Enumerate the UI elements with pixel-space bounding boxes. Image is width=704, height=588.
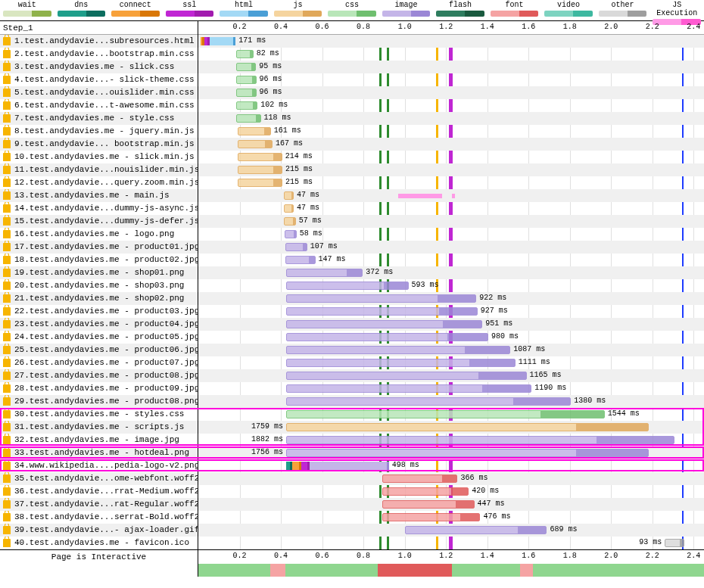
waterfall-row[interactable]: 593 ms [198,279,704,292]
waterfall-row[interactable]: 107 ms [198,241,704,254]
waterfall-row[interactable]: 102 ms [198,99,704,112]
waterfall-row[interactable]: 167 ms [198,138,704,151]
lock-icon [3,359,11,367]
waterfall-row[interactable]: 95 ms [198,61,704,73]
resource-row[interactable]: 34. www.wikipedia....pedia-logo-v2.png [0,459,198,472]
waterfall-row[interactable]: 47 ms [198,202,704,215]
resource-row[interactable]: 40. test.andydavies.me - favicon.ico [0,537,198,549]
waterfall-row[interactable]: 1190 ms [198,382,704,395]
waterfall-row[interactable]: 93 ms [198,537,704,549]
resource-row[interactable]: 18. test.andydavies.me - product02.jpg [0,254,198,266]
waterfall-row[interactable]: 96 ms [198,73,704,86]
duration-label: 476 ms [483,512,510,521]
resource-list: Step_1 1. test.andydavie...subresources.… [0,21,198,549]
resource-row[interactable]: 1. test.andydavie...subresources.html [0,35,198,48]
resource-row[interactable]: 12. test.andydavie...query.zoom.min.js [0,176,198,189]
waterfall-row[interactable]: 82 ms [198,48,704,61]
legend-font: font [488,0,542,20]
waterfall-row[interactable]: 922 ms [198,292,704,305]
resource-row[interactable]: 37. test.andydavie...rat-Regular.woff2 [0,498,198,511]
waterfall-row[interactable]: 372 ms [198,266,704,279]
waterfall-row[interactable]: 498 ms [198,459,704,472]
resource-row[interactable]: 26. test.andydavies.me - product07.jpg [0,356,198,369]
lock-icon [3,140,11,148]
waterfall-row[interactable]: 215 ms [198,163,704,176]
resource-row[interactable]: 28. test.andydavies.me - product09.jpg [0,382,198,395]
waterfall-row[interactable]: 161 ms [198,125,704,138]
resource-row[interactable]: 11. test.andydavie...nouislider.min.js [0,163,198,176]
resource-row[interactable]: 16. test.andydavies.me - logo.png [0,228,198,241]
resource-row[interactable]: 9. test.andydavie... bootstrap.min.js [0,138,198,151]
resource-row[interactable]: 36. test.andydavie...rrat-Medium.woff2 [0,485,198,498]
duration-label: 593 ms [412,281,439,289]
resource-row[interactable]: 15. test.andydavie...dummy-js-defer.js [0,215,198,228]
waterfall-row[interactable]: 147 ms [198,254,704,266]
resource-row[interactable]: 27. test.andydavies.me - product08.jpg [0,369,198,382]
resource-row[interactable]: 5. test.andydavie...ouislider.min.css [0,86,198,99]
waterfall-row[interactable]: 447 ms [198,498,704,511]
resource-row[interactable]: 29. test.andydavies.me - product08.png [0,395,198,408]
resource-row[interactable]: 24. test.andydavies.me - product05.jpg [0,331,198,344]
resource-row[interactable]: 2. test.andydavie...bootstrap.min.css [0,48,198,61]
waterfall-row[interactable]: 215 ms [198,176,704,189]
waterfall-row[interactable]: 57 ms [198,215,704,228]
waterfall-row[interactable]: 214 ms [198,151,704,163]
resource-name: test.andydavies.me - product06.jpg [30,344,198,356]
resource-row[interactable]: 38. test.andydavie...serrat-Bold.woff2 [0,511,198,524]
waterfall-row[interactable]: 1756 ms [198,446,704,459]
waterfall-row[interactable]: 951 ms [198,318,704,331]
waterfall-row[interactable]: 927 ms [198,305,704,318]
resource-row[interactable]: 17. test.andydavies.me - product01.jpg [0,241,198,254]
waterfall-chart[interactable]: 0.20.40.60.81.01.21.41.61.82.02.22.4 171… [198,21,704,549]
resource-row[interactable]: 10. test.andydavies.me - slick.min.js [0,151,198,163]
waterfall-row[interactable]: 47 ms [198,189,704,202]
resource-row[interactable]: 6. test.andydavie...t-awesome.min.css [0,99,198,112]
resource-index: 16. [14,228,30,241]
resource-name: test.andydavies.me - image.jpg [30,434,179,446]
waterfall-row[interactable]: 96 ms [198,86,704,99]
waterfall-row[interactable]: 689 ms [198,524,704,537]
waterfall-row[interactable]: 1759 ms [198,421,704,434]
waterfall-row[interactable]: 1380 ms [198,395,704,408]
waterfall-row[interactable]: 1882 ms [198,434,704,446]
resource-row[interactable]: 21. test.andydavies.me - shop02.png [0,292,198,305]
resource-row[interactable]: 35. test.andydavie...ome-webfont.woff2 [0,472,198,485]
duration-label: 689 ms [550,525,578,534]
resource-row[interactable]: 39. test.andydavie...- ajax-loader.gif [0,524,198,537]
resource-row[interactable]: 20. test.andydavies.me - shop03.png [0,279,198,292]
resource-row[interactable]: 33. test.andydavies.me - hotdeal.png [0,446,198,459]
waterfall-row[interactable]: 476 ms [198,511,704,524]
waterfall-row[interactable]: 1087 ms [198,344,704,356]
resource-row[interactable]: 32. test.andydavies.me - image.jpg [0,434,198,446]
resource-index: 23. [14,318,30,331]
waterfall-row[interactable]: 420 ms [198,485,704,498]
lock-icon [3,320,11,328]
resource-row[interactable]: 25. test.andydavies.me - product06.jpg [0,344,198,356]
resource-name: test.andydavies.me - styles.css [30,408,185,421]
waterfall-row[interactable]: 1544 ms [198,408,704,421]
resource-row[interactable]: 4. test.andydavie...- slick-theme.css [0,73,198,86]
waterfall-row[interactable]: 1165 ms [198,369,704,382]
waterfall-row[interactable]: 171 ms [198,35,704,48]
resource-row[interactable]: 14. test.andydavie...dummy-js-async.js [0,202,198,215]
resource-row[interactable]: 3. test.andydavies.me - slick.css [0,61,198,73]
waterfall-row[interactable]: 980 ms [198,331,704,344]
resource-row[interactable]: 23. test.andydavies.me - product04.jpg [0,318,198,331]
resource-row[interactable]: 13. test.andydavies.me - main.js [0,189,198,202]
resource-row[interactable]: 8. test.andydavies.me - jquery.min.js [0,125,198,138]
waterfall-row[interactable]: 58 ms [198,228,704,241]
waterfall-row[interactable]: 366 ms [198,472,704,485]
resource-row[interactable]: 30. test.andydavies.me - styles.css [0,408,198,421]
resource-row[interactable]: 31. test.andydavies.me - scripts.js [0,421,198,434]
resource-row[interactable]: 7. test.andydavies.me - style.css [0,112,198,125]
duration-label: 1087 ms [513,345,545,353]
resource-name: test.andydavies.me - style.css [24,112,174,125]
resource-row[interactable]: 19. test.andydavies.me - shop01.png [0,266,198,279]
waterfall-row[interactable]: 118 ms [198,112,704,125]
resource-index: 14. [14,202,30,215]
resource-row[interactable]: 22. test.andydavies.me - product03.jpg [0,305,198,318]
resource-name: test.andydavies.me - hotdeal.png [30,446,189,459]
resource-index: 6. [14,99,24,112]
waterfall-row[interactable]: 1111 ms [198,356,704,369]
resource-index: 10. [14,151,30,163]
